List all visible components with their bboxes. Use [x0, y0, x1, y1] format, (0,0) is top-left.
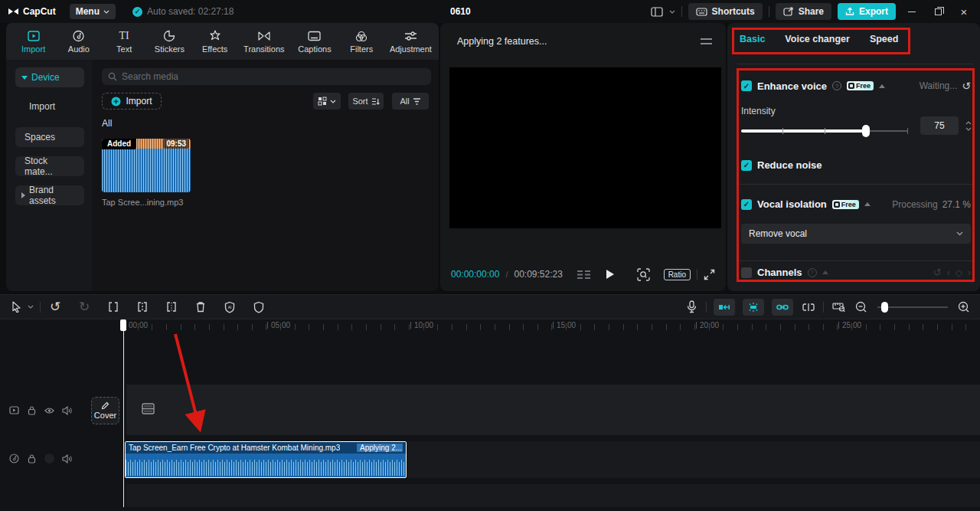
delete-button[interactable] [189, 298, 212, 316]
link-clips-button[interactable] [772, 299, 793, 316]
split-left-button[interactable] [131, 298, 154, 316]
share-button[interactable]: Share [776, 3, 831, 20]
filter-button[interactable]: All [392, 93, 429, 110]
magnetic-snap-button[interactable] [743, 299, 764, 316]
intensity-stepper[interactable] [963, 116, 974, 135]
collapse-icon[interactable] [864, 202, 871, 206]
ratio-button[interactable]: Ratio [664, 269, 691, 280]
keyframe-next-icon[interactable]: › [968, 267, 971, 278]
intensity-value-box[interactable]: 75 [920, 116, 959, 135]
search-input[interactable] [122, 71, 425, 82]
zoom-out-button[interactable] [850, 298, 873, 316]
zoom-in-button[interactable] [952, 298, 975, 316]
split-button[interactable] [102, 298, 125, 316]
track-type-audio-icon [9, 454, 19, 464]
undo-button[interactable]: ↺ [44, 298, 67, 316]
shield-ai-button[interactable]: AI [218, 298, 241, 316]
timecode-separator: / [505, 270, 508, 279]
play-button[interactable] [606, 269, 615, 280]
auto-ripple-button[interactable] [714, 299, 735, 316]
autosave-text: Auto saved: 02:27:18 [147, 6, 234, 17]
tab-stickers[interactable]: Stickers [147, 28, 192, 54]
sidebar-item-brand-assets[interactable]: Brand assets [15, 185, 84, 205]
playhead-handle[interactable] [120, 319, 126, 331]
unlink-preview-button[interactable] [797, 298, 820, 316]
info-icon[interactable]: ? [808, 268, 817, 277]
track-type-video-icon [9, 405, 19, 415]
vocal-isolation-checkbox[interactable]: ✓ [741, 199, 752, 210]
tab-audio[interactable]: Audio [56, 28, 101, 54]
timeline-zoom-slider[interactable] [877, 302, 948, 313]
import-media-button[interactable]: Import [102, 93, 162, 110]
share-label: Share [799, 6, 824, 17]
intensity-slider[interactable] [741, 125, 907, 137]
split-right-button[interactable] [160, 298, 183, 316]
tab-filters[interactable]: Filters [339, 28, 384, 54]
reset-icon[interactable]: ↺ [962, 80, 971, 92]
sidebar-item-import[interactable]: Import [15, 97, 84, 116]
tab-import[interactable]: Import [11, 28, 56, 54]
tab-text[interactable]: TI Text [102, 28, 147, 54]
empty-track[interactable] [126, 484, 980, 507]
keyframe-prev-icon[interactable]: ‹ [947, 267, 950, 278]
export-button[interactable]: Export [838, 3, 896, 20]
restore-button[interactable] [928, 0, 948, 23]
fullscreen-icon[interactable] [704, 269, 715, 280]
tab-speed[interactable]: Speed [870, 34, 899, 44]
sidebar-item-stock-materials[interactable]: Stock mate... [15, 156, 84, 176]
slider-thumb[interactable] [862, 125, 870, 137]
keyframe-reset-icon[interactable]: ↺ [933, 267, 942, 278]
channels-checkbox[interactable]: ✓ [741, 267, 752, 278]
lock-icon[interactable] [27, 405, 37, 415]
sidebar-item-device[interactable]: Device [15, 67, 84, 87]
info-icon[interactable]: ? [832, 81, 841, 90]
zoom-thumb[interactable] [881, 302, 888, 313]
vocal-mode-dropdown[interactable]: Remove vocal [741, 224, 971, 244]
filters-tab-icon [355, 29, 368, 43]
video-track[interactable] [126, 385, 980, 435]
reduce-noise-checkbox[interactable]: ✓ [741, 160, 752, 171]
redo-button[interactable]: ↻ [73, 298, 96, 316]
collapse-icon[interactable] [879, 84, 885, 88]
minimize-button[interactable] [902, 0, 922, 23]
divider [681, 6, 682, 17]
hamburger-menu-icon[interactable] [701, 38, 712, 45]
collapse-icon[interactable] [822, 270, 828, 274]
timeline-audio-clip[interactable]: Tap Screen_Earn Free Crypto at Hamster K… [125, 441, 407, 478]
media-panel: Import Audio TI Text Stickers Effects Tr… [6, 23, 439, 291]
sort-button[interactable]: Sort [348, 93, 384, 110]
video-stage[interactable] [449, 67, 721, 228]
search-box[interactable] [102, 68, 431, 85]
tab-adjustment[interactable]: Adjustment [384, 28, 437, 54]
speaker-icon[interactable] [62, 405, 72, 415]
shortcuts-button[interactable]: Shortcuts [688, 3, 763, 20]
tab-voice-changer[interactable]: Voice changer [785, 34, 850, 44]
hidden-toggle-slot [44, 454, 54, 464]
record-voiceover-button[interactable] [680, 298, 703, 316]
layout-chevron-down-icon[interactable] [669, 10, 675, 14]
frame-view-icon[interactable] [577, 270, 590, 280]
timeline-fit-button[interactable] [827, 298, 850, 316]
layout-panels-icon[interactable] [651, 7, 663, 17]
menu-button[interactable]: Menu [70, 4, 116, 19]
media-clip-thumbnail[interactable]: Added 09:53 [102, 139, 191, 192]
view-mode-button[interactable] [313, 93, 341, 110]
eye-icon[interactable] [44, 405, 54, 415]
tab-captions[interactable]: Captions [290, 28, 338, 54]
playhead-line[interactable] [123, 319, 124, 507]
preview-focus-icon[interactable] [637, 268, 650, 281]
cursor-chevron-down-icon[interactable] [24, 298, 37, 316]
shield-button[interactable] [247, 298, 270, 316]
speaker-icon[interactable] [62, 454, 72, 464]
tab-effects[interactable]: Effects [192, 28, 237, 54]
cover-button[interactable]: Cover [91, 397, 119, 424]
tab-transitions[interactable]: Transitions [237, 28, 290, 54]
select-cursor-button[interactable] [8, 298, 24, 316]
svg-text:AI: AI [228, 304, 232, 309]
keyframe-add-icon[interactable]: ◇ [956, 267, 962, 278]
enhance-voice-checkbox[interactable]: ✓ [741, 80, 752, 91]
tab-basic[interactable]: Basic [740, 34, 765, 44]
close-button[interactable]: × [954, 0, 974, 23]
sidebar-item-spaces[interactable]: Spaces [15, 127, 84, 147]
lock-icon[interactable] [27, 454, 37, 464]
